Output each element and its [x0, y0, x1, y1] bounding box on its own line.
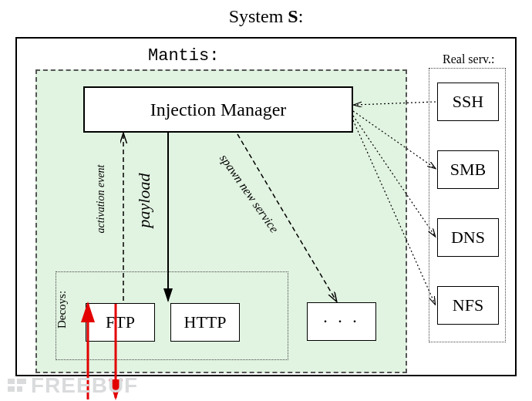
- real-service-smb: SMB: [437, 150, 499, 189]
- svg-rect-12: [17, 386, 22, 392]
- svg-rect-9: [8, 379, 15, 384]
- title-prefix: System: [229, 6, 288, 26]
- decoy-ftp-box: FTP: [86, 303, 155, 342]
- real-service-nfs: NFS: [437, 286, 499, 325]
- watermark: FREEBUF: [8, 373, 138, 399]
- mantis-box: Injection Manager Decoys: FTP HTTP · · ·…: [35, 69, 407, 373]
- edge-label-spawn: spawn new service: [217, 152, 281, 236]
- svg-rect-11: [17, 379, 26, 384]
- real-service-dns: DNS: [437, 218, 499, 257]
- title-bold: S: [288, 6, 298, 26]
- edge-label-activation: activation event: [95, 164, 107, 233]
- watermark-text: FREEBUF: [31, 373, 138, 397]
- decoy-http-box: HTTP: [170, 303, 240, 342]
- diagram-title: System S:: [0, 0, 532, 33]
- system-box: Mantis: Injection Manager Decoys: FTP HT…: [15, 37, 517, 376]
- mantis-label: Mantis:: [148, 46, 219, 66]
- real-service-ssh: SSH: [437, 83, 499, 121]
- edge-label-payload: payload: [134, 174, 154, 228]
- injection-manager-box: Injection Manager: [83, 86, 353, 133]
- watermark-logo-icon: [8, 375, 28, 399]
- title-suffix: :: [298, 6, 304, 26]
- decoy-ellipsis-box: · · ·: [307, 302, 376, 341]
- real-services-label: Real serv.:: [443, 52, 494, 66]
- real-services-container: SSH SMB DNS NFS: [429, 68, 506, 342]
- svg-rect-10: [8, 386, 15, 392]
- decoys-label: Decoys:: [56, 291, 69, 329]
- decoys-container: Decoys: FTP HTTP: [56, 271, 288, 360]
